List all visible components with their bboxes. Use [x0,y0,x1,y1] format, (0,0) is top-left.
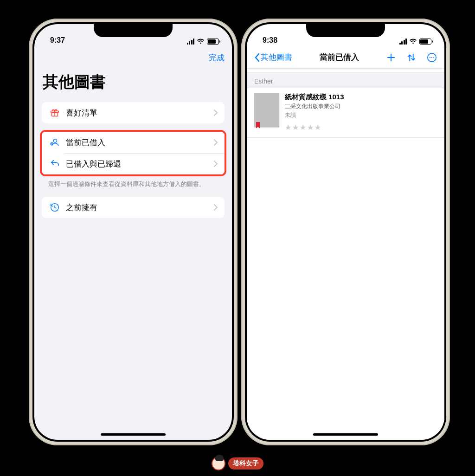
group-previously-owned: 之前擁有 [42,197,225,218]
done-button[interactable]: 完成 [209,52,225,63]
nav-bar: 其他圖書 當前已借入 [247,46,444,69]
watermark-text: 塔科女子 [228,457,263,470]
return-arrow-icon [48,159,61,169]
highlight-borrowed-group: 當前已借入 已借入與已歸還 [40,130,226,176]
book-cover-thumbnail [254,93,279,127]
group-wishlist: 喜好清單 [42,102,225,123]
status-indicators [187,39,219,45]
book-meta: 紙材質感紋樣 1013 三采文化出版事業公司 未讀 ★★★★★ [285,93,437,132]
phone-left: 9:37 完成 其他圖書 [29,19,238,445]
gift-icon [48,108,61,118]
nav-bar: 完成 [34,46,232,69]
svg-point-2 [53,139,57,142]
plus-icon [386,52,396,63]
row-borrowed-returned[interactable]: 已借入與已歸還 [42,153,225,174]
wifi-icon [409,39,417,45]
book-title: 紙材質感紋樣 1013 [285,93,437,102]
chevron-right-icon [214,109,218,116]
wifi-icon [197,39,205,45]
cellular-signal-icon [187,39,195,45]
ellipsis-circle-icon [427,52,437,63]
notch [306,24,385,37]
status-time: 9:38 [263,36,277,45]
row-label: 已借入與已歸還 [66,159,214,169]
chevron-right-icon [214,204,218,211]
person-badge-icon [48,137,61,148]
row-previously-owned[interactable]: 之前擁有 [42,197,225,218]
more-button[interactable] [427,52,437,63]
nav-title: 當前已借入 [320,52,359,63]
status-indicators [399,39,432,45]
back-label: 其他圖書 [261,52,292,63]
phone-right: 9:38 其他圖書 當前已借入 [241,19,450,445]
home-indicator[interactable] [313,433,378,436]
row-label: 當前已借入 [66,137,214,148]
section-header: Esther [247,72,444,88]
screen-right: 9:38 其他圖書 當前已借入 [247,24,444,440]
row-borrowed-now[interactable]: 當前已借入 [42,132,225,153]
page-title: 其他圖書 [34,69,232,97]
section-footer-note: 選擇一個過濾條件來查看從資料庫和其他地方借入的圖書。 [34,176,232,188]
back-button[interactable]: 其他圖書 [254,52,292,63]
battery-icon [207,39,219,45]
book-publisher: 三采文化出版事業公司 [285,103,437,110]
watermark-badge: 塔科女子 [212,457,263,470]
phone-bezel: 9:37 完成 其他圖書 [32,22,234,442]
sort-arrows-icon [406,52,417,63]
row-label: 之前擁有 [66,202,214,213]
nav-actions [386,52,437,63]
home-indicator[interactable] [101,433,166,436]
empty-area [247,138,444,440]
row-label: 喜好清單 [66,108,214,118]
rating-stars[interactable]: ★★★★★ [285,123,437,132]
notch [94,24,173,37]
book-row[interactable]: 紙材質感紋樣 1013 三采文化出版事業公司 未讀 ★★★★★ [247,88,444,138]
chevron-right-icon [214,161,218,167]
chevron-right-icon [214,139,218,146]
svg-point-7 [433,57,434,58]
phone-bezel: 9:38 其他圖書 當前已借入 [245,22,446,442]
screen-left: 9:37 完成 其他圖書 [34,24,232,440]
sort-button[interactable] [406,52,417,63]
add-button[interactable] [386,52,396,63]
watermark-avatar-icon [212,457,225,470]
svg-point-6 [431,57,432,58]
cellular-signal-icon [399,39,407,45]
chevron-left-icon [254,53,260,62]
battery-icon [419,39,431,45]
book-status: 未讀 [285,111,437,119]
row-wishlist[interactable]: 喜好清單 [42,102,225,123]
svg-point-5 [430,57,430,58]
clock-history-icon [48,202,61,212]
status-time: 9:37 [50,36,65,45]
